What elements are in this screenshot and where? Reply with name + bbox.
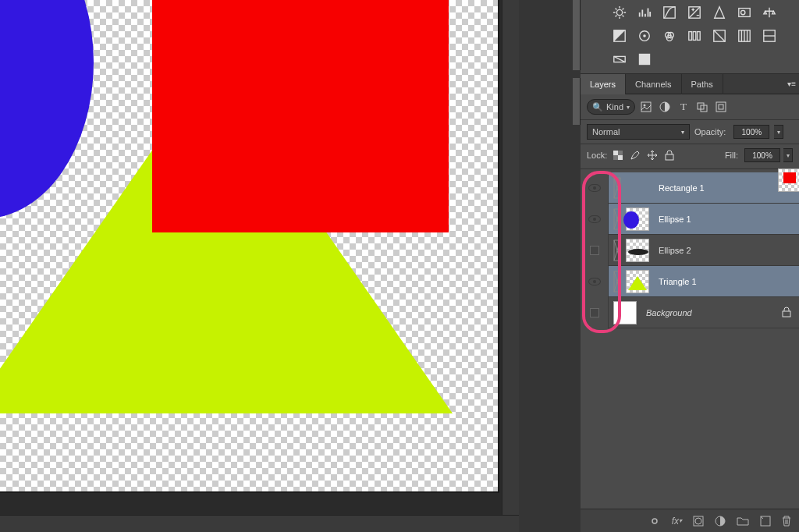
- tab-paths[interactable]: Paths: [682, 74, 723, 94]
- layer-name[interactable]: Triangle 1: [654, 277, 697, 286]
- photo-filter-icon[interactable]: [737, 5, 752, 20]
- svg-rect-24: [716, 102, 726, 112]
- layer-thumbnail[interactable]: [626, 270, 649, 293]
- exposure-icon[interactable]: [687, 5, 702, 20]
- adjustments-icons: [581, 0, 799, 74]
- layer-name[interactable]: Rectangle 1: [654, 183, 705, 193]
- svg-point-4: [741, 10, 745, 14]
- svg-rect-13: [698, 32, 701, 41]
- layer-row[interactable]: Triangle 1: [581, 266, 799, 297]
- layers-bottom-toolbar: fx▾: [581, 509, 799, 532]
- panel-collapse-tab-lower[interactable]: [573, 78, 581, 125]
- color-balance-icon[interactable]: [762, 5, 777, 20]
- gradient-map-icon[interactable]: [612, 51, 627, 67]
- svg-point-7: [643, 34, 646, 37]
- selective-color-icon[interactable]: [637, 51, 652, 67]
- lock-icon: [782, 307, 791, 319]
- filter-pixel-icon[interactable]: [640, 101, 652, 113]
- right-panel: Layers Channels Paths ▾≡ 🔍Kind▾ T Normal…: [581, 0, 799, 532]
- layer-thumbnail[interactable]: [626, 207, 649, 231]
- svg-rect-26: [613, 151, 618, 155]
- blend-mode-row: Normal ▾ Opacity: 100% ▾: [581, 120, 799, 144]
- new-group-icon[interactable]: [737, 516, 749, 526]
- layer-thumbnail[interactable]: [613, 301, 637, 325]
- svg-rect-30: [666, 154, 673, 160]
- layer-filter-row: 🔍Kind▾ T: [581, 94, 799, 120]
- layer-fx-icon[interactable]: fx▾: [672, 516, 682, 527]
- canvas-scrollbar-horizontal[interactable]: [0, 515, 519, 532]
- shape-rectangle[interactable]: [152, 0, 449, 232]
- layer-visibility-toggle[interactable]: [581, 204, 609, 235]
- lock-all-icon[interactable]: [663, 149, 676, 161]
- vibrance-icon[interactable]: [712, 5, 727, 20]
- posterize-icon[interactable]: [737, 28, 752, 44]
- channel-mixer-icon[interactable]: [637, 28, 652, 44]
- new-layer-icon[interactable]: [760, 516, 771, 527]
- lock-row: Lock: Fill: 100% ▾: [581, 144, 799, 169]
- tab-channels[interactable]: Channels: [626, 74, 681, 94]
- layer-row[interactable]: Ellipse 2: [581, 235, 799, 266]
- brightness-icon[interactable]: [612, 5, 627, 20]
- add-mask-icon[interactable]: [693, 516, 704, 527]
- layer-name[interactable]: Ellipse 2: [654, 246, 691, 255]
- lock-transparency-icon[interactable]: [612, 149, 624, 161]
- svg-rect-29: [613, 155, 618, 160]
- layer-thumbnail[interactable]: [778, 168, 799, 192]
- opacity-dropdown-icon[interactable]: ▾: [774, 125, 783, 139]
- filter-kind-select[interactable]: 🔍Kind▾: [587, 99, 635, 115]
- layer-row[interactable]: Ellipse 1: [581, 204, 799, 235]
- threshold-icon[interactable]: [762, 28, 777, 44]
- panel-menu-icon[interactable]: ▾≡: [787, 80, 796, 88]
- svg-point-20: [644, 105, 646, 107]
- canvas-area: [0, 0, 519, 532]
- opacity-input[interactable]: 100%: [733, 125, 769, 139]
- invert-icon[interactable]: [712, 28, 727, 44]
- layer-thumbnail[interactable]: [626, 239, 649, 262]
- layer-name[interactable]: Ellipse 1: [654, 215, 691, 224]
- layer-visibility-toggle[interactable]: [581, 235, 609, 266]
- new-adjustment-icon[interactable]: [715, 516, 726, 527]
- layer-name[interactable]: Background: [641, 308, 692, 317]
- color-lookup-icon[interactable]: [662, 28, 677, 44]
- filter-kind-label: Kind: [606, 102, 623, 112]
- lock-position-icon[interactable]: [646, 149, 659, 161]
- hue-sat-icon[interactable]: [687, 28, 702, 44]
- vector-mask-link-icon: [613, 270, 624, 293]
- filter-shape-icon[interactable]: [696, 101, 708, 113]
- vector-mask-link-icon: [613, 207, 624, 231]
- tab-layers[interactable]: Layers: [581, 74, 626, 94]
- svg-rect-12: [693, 32, 696, 41]
- layer-row[interactable]: Background: [581, 297, 799, 328]
- link-layers-icon[interactable]: [648, 516, 661, 526]
- curves-icon[interactable]: [662, 5, 677, 20]
- svg-rect-35: [783, 311, 790, 317]
- lock-pixels-icon[interactable]: [629, 149, 641, 161]
- blend-mode-select[interactable]: Normal ▾: [587, 124, 690, 140]
- svg-rect-25: [719, 105, 723, 109]
- svg-rect-27: [618, 155, 623, 160]
- opacity-label: Opacity:: [694, 127, 726, 137]
- svg-rect-11: [689, 32, 692, 41]
- panel-gutter: [519, 0, 581, 532]
- canvas-scrollbar-vertical[interactable]: [502, 0, 519, 515]
- svg-point-37: [695, 518, 701, 524]
- panel-collapse-tab-upper[interactable]: [573, 0, 581, 70]
- layers-list: Rectangle 1 Ellipse 1 Ellipse 2: [581, 169, 799, 328]
- fill-label: Fill:: [725, 151, 738, 160]
- svg-rect-18: [639, 54, 650, 65]
- black-white-icon[interactable]: [612, 28, 627, 44]
- levels-icon[interactable]: [637, 5, 652, 20]
- document-canvas[interactable]: [0, 0, 499, 493]
- layer-visibility-toggle[interactable]: [581, 297, 609, 328]
- fill-input[interactable]: 100%: [744, 148, 780, 162]
- layer-visibility-toggle[interactable]: [581, 172, 609, 204]
- delete-layer-icon[interactable]: [782, 516, 791, 527]
- filter-type-icon[interactable]: T: [677, 101, 690, 113]
- fill-dropdown-icon[interactable]: ▾: [783, 148, 793, 162]
- svg-point-0: [616, 9, 622, 15]
- layer-visibility-toggle[interactable]: [581, 266, 609, 297]
- layer-row[interactable]: Rectangle 1: [581, 172, 799, 204]
- filter-adjustment-icon[interactable]: [659, 101, 671, 113]
- filter-smart-icon[interactable]: [715, 101, 727, 113]
- blend-mode-value: Normal: [592, 127, 620, 137]
